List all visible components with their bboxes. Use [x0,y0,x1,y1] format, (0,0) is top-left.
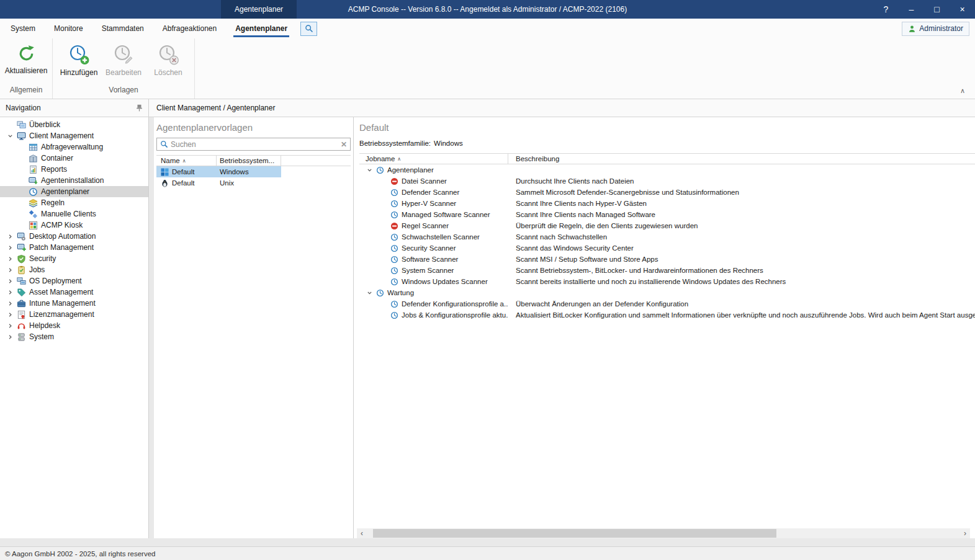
nav-item-lizenzmanagement[interactable]: Lizenzmanagement [0,309,148,320]
tab-agentenplaner[interactable]: Agentenplaner [226,19,297,38]
chevron-down-icon[interactable] [366,290,373,296]
job-row[interactable]: Software Scanner Scannt MSI / Setup Soft… [359,254,975,265]
job-row[interactable]: Windows Updates Scanner Scannt bereits i… [359,276,975,287]
windows-icon [161,168,169,176]
nav-item-regeln[interactable]: Regeln [0,197,148,208]
ribbon-collapse-button[interactable]: ∧ [960,87,965,95]
job-row[interactable]: Security Scanner Scannt das Windows Secu… [359,242,975,254]
agent-install-icon [29,176,38,185]
chevron-down-icon[interactable] [366,167,373,173]
nav-item-container[interactable]: Container [0,153,148,164]
nav-item-helpdesk[interactable]: Helpdesk [0,320,148,331]
job-row[interactable]: Jobs & Konfigurationsprofile aktu... Akt… [359,309,975,321]
asset-management-icon [17,288,26,297]
nav-item-ueberblick[interactable]: Überblick [0,119,148,130]
chevron-right-icon[interactable] [6,290,14,295]
template-row-unix[interactable]: Default Unix [156,177,281,189]
nav-item-agentenplaner[interactable]: Agentenplaner [0,186,148,197]
nav-item-intune-management[interactable]: Intune Management [0,298,148,309]
content-area: Agentenplanervorlagen ✕ Name ∧ Betriebss… [149,117,975,546]
nav-item-system[interactable]: System [0,331,148,342]
scrollbar-track[interactable] [367,528,960,538]
nav-item-security[interactable]: Security [0,253,148,264]
chevron-right-icon[interactable] [6,301,14,306]
security-icon [17,254,26,264]
minimize-button[interactable]: – [899,0,924,19]
main-area: Überblick Client Management Abfrageverwa… [0,117,975,546]
nav-item-asset-management[interactable]: Asset Management [0,287,148,298]
column-header-beschreibung[interactable]: Beschreibung [508,155,975,162]
scroll-right-icon[interactable]: › [960,528,970,538]
tab-abfrageaktionen[interactable]: Abfrageaktionen [153,19,226,38]
chevron-right-icon[interactable] [6,267,14,273]
chevron-right-icon[interactable] [6,312,14,318]
kiosk-icon [29,221,38,230]
tab-system[interactable]: System [1,19,45,38]
column-header-name[interactable]: Name ∧ [156,156,217,166]
add-button[interactable]: Hinzufügen [56,44,101,77]
column-header-jobname[interactable]: Jobname ∧ [359,154,508,164]
nav-item-abfrageverwaltung[interactable]: Abfrageverwaltung [0,141,148,153]
nav-item-patch-management[interactable]: Patch Management [0,242,148,253]
edit-label: Bearbeiten [106,68,142,77]
nav-item-agenteninstallation[interactable]: Agenteninstallation [0,175,148,186]
job-row[interactable]: System Scanner Scannt Betriebssystem-, B… [359,265,975,276]
ribbon-group-label-allgemein: Allgemein [10,86,43,99]
close-button[interactable]: × [950,0,975,19]
chevron-right-icon[interactable] [6,323,14,329]
chevron-right-icon[interactable] [6,234,14,239]
template-row-windows[interactable]: Default Windows [156,166,281,177]
chevron-down-icon[interactable] [6,133,14,139]
column-header-betriebssystem[interactable]: Betriebssystem... [217,156,281,166]
tab-stammdaten[interactable]: Stammdaten [92,19,153,38]
job-row[interactable]: Datei Scanner Durchsucht Ihre Clients na… [359,176,975,187]
nav-item-reports[interactable]: Reports [0,164,148,175]
job-row[interactable]: Hyper-V Scanner Scannt Ihre Clients nach… [359,198,975,209]
os-family-value: Windows [434,140,463,147]
job-row[interactable]: Regel Scanner Überprüft die Regeln, die … [359,220,975,231]
scroll-left-icon[interactable]: ‹ [357,528,367,538]
nav-item-desktop-automation[interactable]: Desktop Automation [0,231,148,242]
nav-item-acmp-kiosk[interactable]: ACMP Kiosk [0,220,148,231]
job-row[interactable]: Defender Scanner Sammelt Microsoft Defen… [359,187,975,198]
edit-button[interactable]: Bearbeiten [101,44,146,77]
pin-icon[interactable] [136,104,143,112]
user-icon [908,25,916,33]
ribbon: Aktualisieren Allgemein [0,38,975,99]
ribbon-search-button[interactable] [300,22,317,36]
job-group-row[interactable]: Agentenplaner [359,164,975,176]
delete-clock-icon [158,44,179,65]
refresh-label: Aktualisieren [5,66,48,75]
templates-panel: Agentenplanervorlagen ✕ Name ∧ Betriebss… [154,117,354,538]
user-button[interactable]: Administrator [902,22,969,36]
job-row[interactable]: Defender Konfigurationsprofile a... Über… [359,298,975,309]
tab-monitore[interactable]: Monitore [45,19,92,38]
desktop-automation-icon [17,232,26,241]
maximize-button[interactable]: □ [924,0,950,19]
scrollbar-thumb[interactable] [373,529,776,538]
chevron-right-icon[interactable] [6,256,14,262]
horizontal-scrollbar[interactable]: ‹ › [357,528,970,538]
nav-item-jobs[interactable]: Jobs [0,264,148,275]
job-row[interactable]: Schwachstellen Scanner Scannt nach Schwa… [359,231,975,242]
help-button[interactable]: ? [873,0,899,19]
titlebar-floating-tab[interactable]: Agentenplaner [221,0,297,19]
delete-button[interactable]: Löschen [146,44,191,77]
nav-item-os-deployment[interactable]: OS Deployment [0,275,148,287]
nav-item-manuelle-clients[interactable]: Manuelle Clients [0,208,148,220]
chevron-right-icon[interactable] [6,245,14,251]
titlebar: ACMP Console -- Version 6.8.0 -- Angemel… [0,0,975,19]
intune-icon [17,299,26,308]
chevron-right-icon[interactable] [6,334,14,340]
chevron-right-icon[interactable] [6,278,14,284]
navigation-panel: Überblick Client Management Abfrageverwa… [0,117,149,538]
container-icon [29,154,38,163]
job-row[interactable]: Managed Software Scanner Scannt Ihre Cli… [359,209,975,220]
job-group-row[interactable]: Wartung [359,287,975,298]
clear-search-icon[interactable]: ✕ [341,140,347,149]
search-input[interactable] [171,140,338,149]
user-name: Administrator [919,24,963,33]
nav-item-client-management[interactable]: Client Management [0,130,148,141]
refresh-button[interactable]: Aktualisieren [4,44,48,75]
clock-icon [376,166,384,174]
